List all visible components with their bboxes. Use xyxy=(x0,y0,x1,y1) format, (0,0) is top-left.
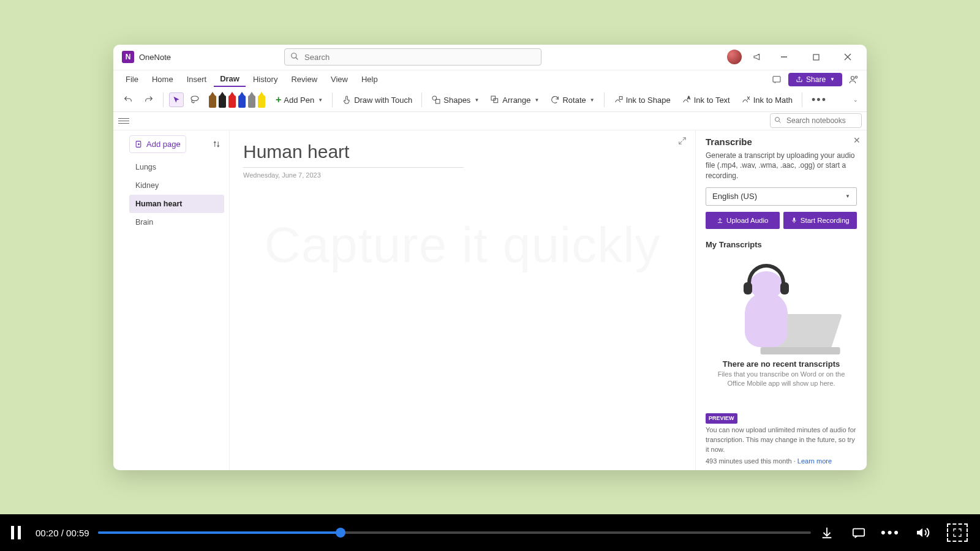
empty-title: There are no recent transcripts xyxy=(706,359,857,369)
pen-highlighter[interactable] xyxy=(257,92,266,108)
page-title[interactable]: Human heart xyxy=(243,141,464,168)
transcribe-panel: ✕ Transcribe Generate a transcript by up… xyxy=(695,130,867,470)
search-field[interactable] xyxy=(284,48,541,66)
chevron-down-icon: ▼ xyxy=(830,77,835,82)
plus-icon: + xyxy=(276,94,281,105)
collapse-ribbon-button[interactable]: ⌄ xyxy=(851,94,861,105)
progress-thumb[interactable] xyxy=(336,528,345,538)
chevron-down-icon: ▼ xyxy=(845,193,850,199)
ink-math-button[interactable]: Ink to Math xyxy=(737,91,796,108)
minimize-button[interactable] xyxy=(774,48,794,66)
menubar: File Home Insert Draw History Review Vie… xyxy=(113,70,867,89)
close-button[interactable] xyxy=(837,48,858,66)
divider xyxy=(421,92,422,107)
add-page-button[interactable]: Add page xyxy=(129,135,186,153)
menu-file[interactable]: File xyxy=(119,72,145,86)
menu-history[interactable]: History xyxy=(247,72,284,86)
onenote-window: N OneNote File Home Insert Draw History … xyxy=(113,45,867,470)
undo-icon xyxy=(123,95,133,105)
menu-review[interactable]: Review xyxy=(285,72,323,86)
page-item[interactable]: Lungs xyxy=(129,158,224,176)
app-logo-icon: N xyxy=(122,51,134,63)
pen-red[interactable] xyxy=(228,92,236,108)
volume-button[interactable] xyxy=(915,525,930,540)
pen-blue[interactable] xyxy=(238,92,246,108)
rotate-label: Rotate xyxy=(562,96,586,105)
notebook-search-input[interactable] xyxy=(770,113,862,128)
svg-text:A: A xyxy=(687,96,690,100)
empty-state-illustration xyxy=(720,261,843,353)
copilot-icon[interactable] xyxy=(847,73,861,86)
draw-touch-button[interactable]: Draw with Touch xyxy=(338,91,416,108)
ink-math-label: Ink to Math xyxy=(753,96,793,105)
notebook-subbar xyxy=(113,112,867,130)
download-button[interactable] xyxy=(820,525,834,540)
more-options-button[interactable]: ••• xyxy=(883,525,898,540)
pen-gallery xyxy=(208,92,266,108)
menu-help[interactable]: Help xyxy=(355,72,384,86)
play-pause-button[interactable] xyxy=(9,525,23,540)
pen-grey[interactable] xyxy=(247,92,256,108)
svg-rect-14 xyxy=(619,97,622,100)
more-commands-button[interactable]: ••• xyxy=(808,94,831,107)
svg-point-0 xyxy=(292,53,296,58)
page-item[interactable]: Human heart xyxy=(129,195,224,213)
current-time: 00:20 xyxy=(36,528,59,538)
user-avatar[interactable] xyxy=(727,50,742,64)
menu-home[interactable]: Home xyxy=(146,72,179,86)
maximize-button[interactable] xyxy=(805,48,826,66)
selection-tool[interactable] xyxy=(169,92,184,107)
record-label: Start Recording xyxy=(801,217,850,224)
menu-view[interactable]: View xyxy=(325,72,354,86)
captions-icon xyxy=(851,526,866,539)
captions-button[interactable] xyxy=(851,525,866,540)
expand-canvas-button[interactable] xyxy=(678,137,687,145)
svg-point-8 xyxy=(855,76,857,78)
undo-button[interactable] xyxy=(119,91,137,108)
progress-bar[interactable] xyxy=(98,531,811,534)
shapes-button[interactable]: Shapes ▼ xyxy=(428,91,483,108)
redo-icon xyxy=(144,95,154,105)
ink-text-button[interactable]: A Ink to Text xyxy=(678,91,734,108)
arrange-button[interactable]: Arrange ▼ xyxy=(486,91,543,108)
chevron-down-icon: ▼ xyxy=(535,97,540,103)
close-panel-button[interactable]: ✕ xyxy=(853,135,861,145)
menu-insert[interactable]: Insert xyxy=(181,72,213,86)
search-input[interactable] xyxy=(284,48,541,66)
chevron-down-icon: ▼ xyxy=(474,97,479,103)
pen-brown[interactable] xyxy=(208,92,217,108)
shapes-icon xyxy=(431,95,441,105)
divider xyxy=(802,92,802,107)
redo-button[interactable] xyxy=(140,91,157,108)
ink-math-icon xyxy=(741,95,751,105)
megaphone-icon[interactable] xyxy=(753,52,763,62)
my-transcripts-heading: My Transcripts xyxy=(706,240,857,249)
editing-mode-icon[interactable] xyxy=(770,73,783,86)
sort-pages-button[interactable] xyxy=(209,137,224,152)
upload-audio-button[interactable]: Upload Audio xyxy=(706,212,780,229)
svg-line-1 xyxy=(296,58,298,60)
rotate-button[interactable]: Rotate ▼ xyxy=(546,91,598,108)
pen-black[interactable] xyxy=(218,92,227,108)
notebook-search[interactable] xyxy=(770,113,862,128)
mic-icon xyxy=(791,217,797,223)
learn-more-link[interactable]: Learn more xyxy=(797,457,832,465)
nav-toggle-button[interactable] xyxy=(118,116,129,126)
add-pen-button[interactable]: + Add Pen ▼ xyxy=(272,91,326,108)
ink-text-icon: A xyxy=(682,95,692,105)
rotate-icon xyxy=(550,95,560,105)
ink-shape-button[interactable]: Ink to Shape xyxy=(610,91,674,108)
page-item[interactable]: Kidney xyxy=(129,176,224,195)
start-recording-button[interactable]: Start Recording xyxy=(783,212,858,229)
lasso-tool[interactable] xyxy=(187,92,202,107)
svg-rect-6 xyxy=(773,76,780,81)
fullscreen-button[interactable] xyxy=(947,523,968,542)
svg-line-17 xyxy=(779,121,781,123)
page-canvas[interactable]: Human heart Wednesday, June 7, 2023 Capt… xyxy=(230,130,695,470)
menu-draw[interactable]: Draw xyxy=(214,72,246,87)
arrange-label: Arrange xyxy=(502,96,530,105)
language-select[interactable]: English (US) ▼ xyxy=(706,187,857,206)
page-item[interactable]: Brain xyxy=(129,213,224,231)
chevron-down-icon: ▼ xyxy=(318,97,323,103)
share-button[interactable]: Share ▼ xyxy=(788,73,842,86)
